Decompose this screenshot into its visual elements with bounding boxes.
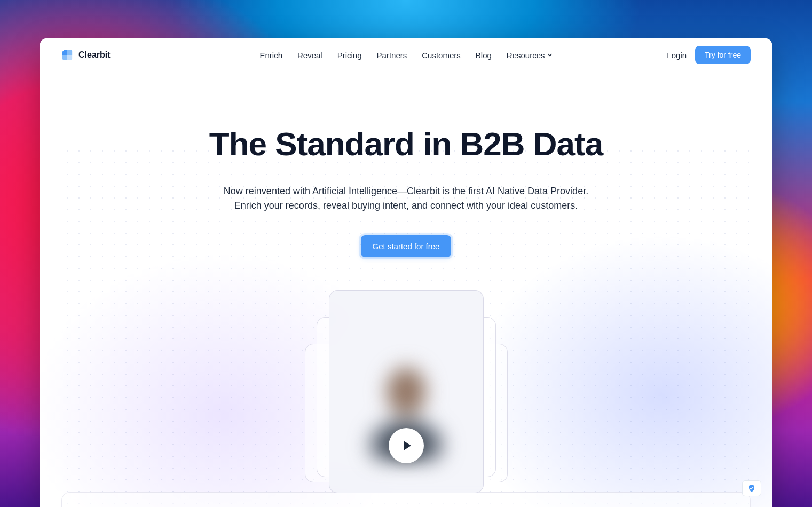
- video-card: [329, 290, 484, 493]
- hero-subtitle: Now reinvented with Artificial Intellige…: [40, 184, 772, 213]
- logo-text: Clearbit: [78, 50, 111, 60]
- privacy-shield-badge[interactable]: [742, 480, 761, 496]
- login-link[interactable]: Login: [667, 51, 687, 60]
- nav-enrich[interactable]: Enrich: [259, 51, 282, 60]
- nav-links: Enrich Reveal Pricing Partners Customers…: [259, 51, 552, 60]
- nav-partners[interactable]: Partners: [377, 51, 407, 60]
- try-free-button[interactable]: Try for free: [695, 46, 751, 64]
- video-section: [40, 290, 772, 493]
- play-button[interactable]: [389, 428, 424, 463]
- browser-window: Clearbit Enrich Reveal Pricing Partners …: [40, 38, 772, 507]
- hero-title: The Standard in B2B Data: [40, 125, 772, 163]
- page-content: Clearbit Enrich Reveal Pricing Partners …: [40, 38, 772, 507]
- navbar: Clearbit Enrich Reveal Pricing Partners …: [40, 38, 772, 72]
- logo[interactable]: Clearbit: [61, 49, 111, 61]
- nav-reveal[interactable]: Reveal: [297, 51, 322, 60]
- nav-customers[interactable]: Customers: [422, 51, 461, 60]
- nav-resources[interactable]: Resources: [507, 51, 553, 60]
- get-started-button[interactable]: Get started for free: [361, 235, 452, 257]
- hero-subtitle-line2: Enrich your records, reveal buying inten…: [40, 199, 772, 213]
- shield-check-icon: [747, 484, 756, 493]
- play-icon: [404, 441, 411, 450]
- nav-right: Login Try for free: [667, 46, 751, 64]
- clearbit-logo-icon: [61, 49, 73, 61]
- video-card-stack: [329, 290, 484, 493]
- hero-subtitle-line1: Now reinvented with Artificial Intellige…: [40, 184, 772, 199]
- nav-blog[interactable]: Blog: [476, 51, 492, 60]
- chevron-down-icon: [547, 52, 553, 58]
- nav-pricing[interactable]: Pricing: [337, 51, 362, 60]
- hero-section: The Standard in B2B Data Now reinvented …: [40, 72, 772, 257]
- bottom-panel-edge: [61, 492, 751, 507]
